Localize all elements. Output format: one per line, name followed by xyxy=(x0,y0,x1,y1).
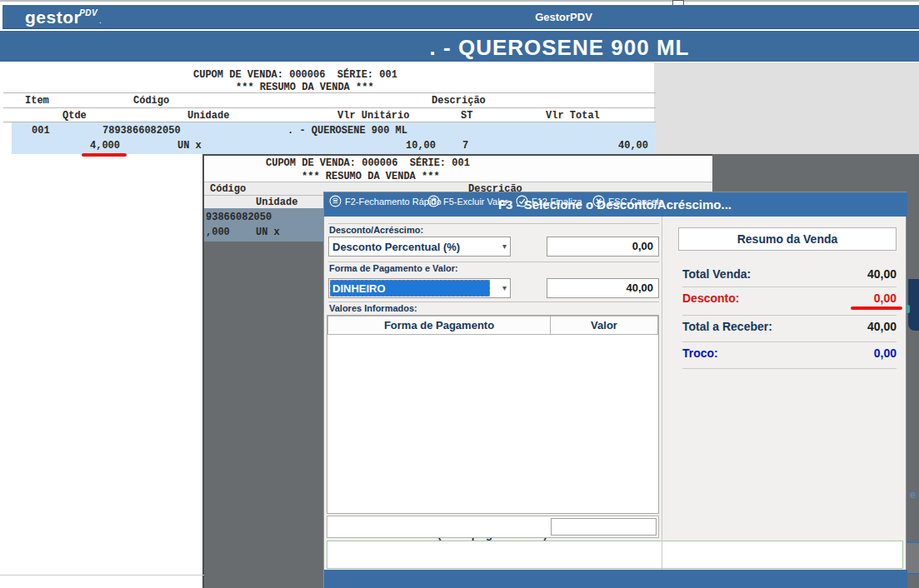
qty-annotation-underline xyxy=(82,153,127,157)
pos-screen: gestorPDV. GestorPDV . - QUEROSENE 900 M… xyxy=(0,0,919,588)
payment-section-label: Forma de Pagamento e Valor: xyxy=(329,263,458,273)
button-label: F5-Excluir Valor xyxy=(443,197,507,207)
payment-amount-input[interactable]: 40,00 xyxy=(547,278,659,298)
bg-row-qtde: ,000 xyxy=(206,227,230,238)
col-vlr-total: Vlr Total xyxy=(546,110,600,122)
payments-col-forma[interactable]: Forma de Pagamento xyxy=(327,316,551,335)
edge-blue-line xyxy=(906,573,919,575)
logo-dot: . xyxy=(99,17,102,25)
summary-label: Desconto: xyxy=(682,292,739,305)
payments-table: Forma de Pagamento Valor (Sem pagamentos… xyxy=(327,315,659,514)
discount-section-label: Desconto/Acréscimo: xyxy=(329,225,423,235)
app-title: GestorPDV xyxy=(208,11,919,23)
logo-sup-text: PDV xyxy=(79,8,97,17)
check-icon xyxy=(516,195,528,207)
bg-row-codigo: 93866082050 xyxy=(206,212,272,223)
col-codigo: Código xyxy=(133,95,169,107)
summary-separator xyxy=(682,341,897,342)
row-st: 7 xyxy=(462,140,468,152)
product-banner-text: . - QUEROSENE 900 ML xyxy=(200,35,919,61)
chevron-down-icon[interactable]: ▾ xyxy=(502,242,507,251)
col-qtde: Qtde xyxy=(62,110,87,122)
table-line xyxy=(3,107,656,108)
edge-logo-fragment xyxy=(908,279,919,331)
col-descricao: Descrição xyxy=(432,95,486,107)
row-descricao: . - QUEROSENE 900 ML xyxy=(287,125,407,137)
summary-separator xyxy=(682,368,897,369)
right-gray-area xyxy=(654,62,919,154)
summary-title: Resumo da Venda xyxy=(678,227,897,251)
edge-lower-strip xyxy=(907,543,919,573)
col-unidade: Unidade xyxy=(187,110,229,122)
summary-row-total-receber: Total a Receber: 40,00 xyxy=(682,320,897,335)
discount-type-value: Desconto Percentual (%) xyxy=(332,241,460,253)
bg-col-codigo: Código xyxy=(210,183,246,195)
resumo-line: *** RESUMO DA VENDA *** xyxy=(236,82,374,93)
row-codigo: 7893866082050 xyxy=(102,125,181,137)
values-section-label: Valores Informados: xyxy=(329,303,417,313)
section-divider xyxy=(328,262,659,262)
section-divider xyxy=(328,301,659,302)
summary-row-desconto: Desconto: 0,00 xyxy=(682,292,897,306)
f3-discount-payment-dialog: F3 - Selecione o Desconto/Acréscimo... D… xyxy=(323,192,907,588)
esc-cancel-button[interactable]: ESC-Cancela xyxy=(592,195,664,207)
discount-annotation-underline xyxy=(851,306,902,310)
payments-col-valor[interactable]: Valor xyxy=(550,316,658,335)
summary-value: 0,00 xyxy=(874,346,897,360)
payment-method-value: DINHEIRO xyxy=(332,282,386,295)
col-st: ST xyxy=(461,110,472,122)
f5-delete-value-button[interactable]: F5-Excluir Valor xyxy=(427,195,507,207)
summary-separator xyxy=(682,315,897,316)
bg-col-unidade: Unidade xyxy=(256,197,297,208)
summary-row-troco: Troco: 0,00 xyxy=(682,346,897,361)
dialog-footer-bar xyxy=(324,570,907,588)
bg-resumo-line: *** RESUMO DA VENDA *** xyxy=(302,171,440,182)
coins-icon xyxy=(329,195,342,207)
f12-finish-button[interactable]: F12-Finaliza xyxy=(516,195,582,207)
summary-value: 0,00 xyxy=(874,292,897,305)
edge-letter: e xyxy=(910,488,916,501)
cupom-line: CUPOM DE VENDA: 000006 SÉRIE: 001 xyxy=(193,69,397,81)
row-vlr-total: 40,00 xyxy=(618,140,648,152)
f2-quick-close-button[interactable]: F2-Fechamento Rápido xyxy=(329,195,442,207)
summary-label: Total Venda: xyxy=(682,267,751,281)
table-line xyxy=(3,92,656,93)
summary-row-total-venda: Total Venda: 40,00 xyxy=(682,267,897,282)
total-value-input[interactable] xyxy=(551,518,657,536)
summary-label: Troco: xyxy=(682,346,718,360)
bottom-left-divider xyxy=(0,575,204,576)
summary-value: 40,00 xyxy=(867,320,897,333)
row-qtde: 4,000 xyxy=(90,140,120,152)
row-vlr-unitario: 10,00 xyxy=(406,140,436,152)
col-vlr-unitario: Vlr Unitário xyxy=(337,110,409,122)
summary-value: 40,00 xyxy=(867,267,897,281)
panel-divider xyxy=(662,217,662,570)
bg-cupom-line: CUPOM DE VENDA: 000006 SÉRIE: 001 xyxy=(266,157,470,169)
section-divider xyxy=(328,223,659,224)
button-label: F12-Finaliza xyxy=(532,197,582,207)
col-item: Item xyxy=(25,95,49,107)
trash-icon xyxy=(427,195,440,207)
x-icon xyxy=(592,195,605,207)
total-row-box xyxy=(327,516,659,538)
summary-separator xyxy=(682,287,897,287)
discount-type-dropdown[interactable]: Desconto Percentual (%) ▾ xyxy=(328,237,511,257)
gestor-pdv-logo: gestorPDV. xyxy=(25,7,102,32)
message-strip xyxy=(327,541,903,569)
top-border-line xyxy=(0,0,919,2)
summary-label: Total a Receber: xyxy=(682,320,772,333)
chevron-down-icon[interactable]: ▾ xyxy=(502,283,507,292)
button-label: ESC-Cancela xyxy=(608,197,664,207)
row-item: 001 xyxy=(32,125,50,137)
edge-blue-line xyxy=(906,541,919,543)
payment-method-dropdown[interactable]: DINHEIRO ▾ xyxy=(328,278,511,298)
discount-amount-input[interactable]: 0,00 xyxy=(547,237,659,257)
logo-text: gestor xyxy=(25,7,81,27)
payment-method-selection: DINHEIRO xyxy=(330,280,490,296)
bg-row-unidade: UN x xyxy=(256,227,280,238)
row-unidade: UN x xyxy=(177,140,202,152)
